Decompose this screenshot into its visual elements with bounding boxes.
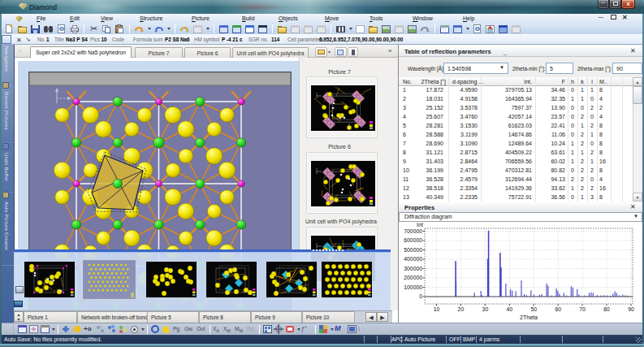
svg-text:20: 20 <box>458 306 465 312</box>
svg-text:70: 70 <box>579 306 586 312</box>
svg-text:Int: Int <box>417 222 423 228</box>
svg-text:0: 0 <box>419 293 422 299</box>
svg-text:600000: 600000 <box>404 237 422 243</box>
svg-text:30: 30 <box>482 306 489 312</box>
svg-text:50: 50 <box>530 306 537 312</box>
svg-text:700000: 700000 <box>404 228 422 234</box>
svg-text:10: 10 <box>434 306 440 312</box>
svg-text:90: 90 <box>628 306 634 312</box>
svg-text:2Theta: 2Theta <box>520 314 538 320</box>
svg-text:300000: 300000 <box>404 266 422 271</box>
svg-text:400000: 400000 <box>404 256 422 262</box>
svg-text:80: 80 <box>603 306 610 312</box>
svg-text:40: 40 <box>507 306 513 312</box>
svg-text:60: 60 <box>555 306 561 312</box>
svg-text:500000: 500000 <box>404 247 422 253</box>
svg-text:100000: 100000 <box>404 284 422 290</box>
svg-text:200000: 200000 <box>404 275 422 280</box>
